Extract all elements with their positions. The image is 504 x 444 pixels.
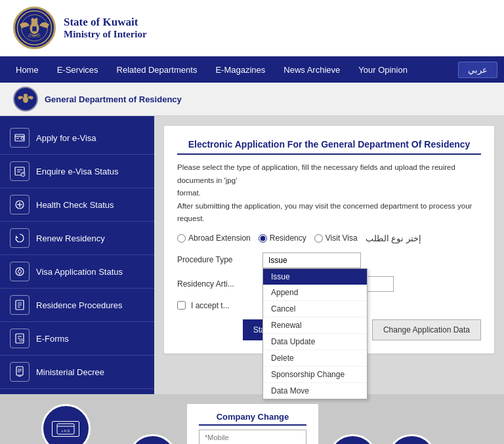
radio-option-visit[interactable]: Visit Visa bbox=[314, 233, 358, 243]
radio-abroad-input[interactable] bbox=[177, 234, 186, 243]
sidebar: Apply for e-Visa ? Enquire e-Visa Status bbox=[0, 116, 154, 394]
svg-rect-4 bbox=[32, 26, 37, 31]
dropdown-item-data-move[interactable]: Data Move bbox=[263, 383, 367, 399]
bottom-section: ≡ K.D SMS Company Change VIVA Zain Oored… bbox=[0, 394, 504, 444]
sidebar-icon-visa-status bbox=[10, 262, 30, 281]
breadcrumb-logo bbox=[13, 87, 38, 111]
sidebar-item-renew[interactable]: Renew Residency bbox=[0, 222, 154, 255]
sidebar-icon-eforms bbox=[10, 329, 30, 348]
desc-line1: Please select the type of application, f… bbox=[177, 163, 455, 184]
form-description: Please select the type of application, f… bbox=[177, 161, 481, 226]
visa-status-icon bbox=[14, 266, 26, 277]
desc-line3: After submitting the application, you ma… bbox=[177, 202, 472, 223]
sidebar-label-health: Health Check Status bbox=[36, 200, 114, 210]
dropdown-item-sponsorship[interactable]: Sponsorship Change bbox=[263, 367, 367, 383]
mobile-input[interactable] bbox=[199, 430, 306, 444]
logo-title: State of Kuwait bbox=[64, 16, 147, 29]
sidebar-icon-enquire: ? bbox=[10, 161, 30, 181]
svg-rect-9 bbox=[15, 134, 24, 141]
content-area: Electronic Application For the General D… bbox=[154, 116, 504, 394]
navbar: Home E-Services Related Departments E-Ma… bbox=[0, 56, 504, 83]
radio-visit-label: Visit Visa bbox=[326, 233, 358, 243]
nav-item-home[interactable]: Home bbox=[7, 56, 48, 83]
nav-items: Home E-Services Related Departments E-Ma… bbox=[7, 56, 458, 83]
nav-item-related[interactable]: Related Departments bbox=[108, 56, 207, 83]
logo-eagle-icon: KUWAIT bbox=[16, 10, 52, 46]
sidebar-item-decree[interactable]: Ministerial Decree bbox=[0, 355, 154, 389]
nav-item-eservices[interactable]: E-Services bbox=[48, 56, 108, 83]
procedure-row: Procedure Type Issue Issue Append Cancel… bbox=[177, 252, 481, 268]
desc-line2: format. bbox=[177, 189, 201, 197]
form-box: Electronic Application For the General D… bbox=[164, 126, 494, 353]
bottom-inner: ≡ K.D SMS Company Change VIVA Zain Oored… bbox=[13, 404, 491, 444]
procedure-dropdown-menu: Issue Append Cancel Renewal Data Update … bbox=[262, 268, 368, 399]
sidebar-label-decree: Ministerial Decree bbox=[36, 367, 104, 377]
sidebar-item-apply-visa[interactable]: Apply for e-Visa bbox=[0, 121, 154, 155]
dropdown-item-data-update[interactable]: Data Update bbox=[263, 334, 367, 350]
sidebar-label-apply: Apply for e-Visa bbox=[36, 133, 96, 143]
sidebar-label-visa-status: Visa Application Status bbox=[36, 267, 123, 277]
procedure-label: Procedure Type bbox=[177, 252, 262, 264]
form-title: Electronic Application For the General D… bbox=[177, 139, 481, 155]
arabic-button[interactable]: عربي bbox=[458, 62, 497, 78]
anchor-icon-circle: ⚓ bbox=[328, 434, 377, 444]
nav-item-opinion[interactable]: Your Opinion bbox=[349, 56, 417, 83]
company-title: Company Change bbox=[199, 412, 306, 426]
sidebar-item-visa-status[interactable]: Visa Application Status bbox=[0, 255, 154, 289]
accept-checkbox[interactable] bbox=[177, 301, 186, 310]
svg-text:≡ K.D: ≡ K.D bbox=[62, 429, 70, 433]
kd-card-svg: ≡ K.D bbox=[56, 423, 75, 435]
radio-abroad-label: Abroad Extension bbox=[188, 233, 251, 243]
sidebar-icon-decree bbox=[10, 362, 30, 382]
logo-area: KUWAIT State of Kuwait Ministry of Inter… bbox=[13, 7, 147, 49]
company-change-form: Company Change VIVA Zain Ooredoo Change bbox=[187, 404, 318, 444]
radio-option-residency[interactable]: Residency bbox=[259, 233, 306, 243]
visa-icon bbox=[14, 132, 26, 144]
dropdown-item-issue[interactable]: Issue bbox=[263, 269, 367, 285]
radio-option-abroad[interactable]: Abroad Extension bbox=[177, 233, 251, 243]
procedure-select[interactable]: Issue bbox=[262, 252, 361, 268]
breadcrumb-bar: General Department of Residency bbox=[0, 83, 504, 116]
kd-icon-circle: ≡ K.D bbox=[41, 404, 91, 444]
radio-ar-label: إختر نوع الطلب bbox=[366, 233, 421, 243]
sidebar-item-health[interactable]: Health Check Status bbox=[0, 188, 154, 222]
sidebar-icon-health bbox=[10, 195, 30, 214]
change-data-button[interactable]: Change Application Data bbox=[372, 319, 481, 340]
dropdown-item-renewal[interactable]: Renewal bbox=[263, 317, 367, 334]
nav-item-news[interactable]: News Archieve bbox=[274, 56, 349, 83]
radio-residency-input[interactable] bbox=[259, 234, 267, 243]
main-layout: Apply for e-Visa ? Enquire e-Visa Status bbox=[0, 116, 504, 394]
svg-point-12 bbox=[21, 137, 24, 140]
svg-text:KUWAIT: KUWAIT bbox=[28, 34, 41, 38]
sidebar-label-renew: Renew Residency bbox=[36, 233, 105, 243]
left-icons: ≡ K.D bbox=[13, 404, 118, 444]
dropdown-item-cancel[interactable]: Cancel bbox=[263, 301, 367, 317]
sidebar-icon-renew bbox=[10, 228, 30, 248]
logo-text: State of Kuwait Ministry of Interior bbox=[64, 16, 147, 40]
sidebar-item-enquire[interactable]: ? Enquire e-Visa Status bbox=[0, 155, 154, 188]
dropdown-wrapper: Issue Issue Append Cancel Renewal Data U… bbox=[262, 252, 361, 268]
decree-icon bbox=[14, 366, 26, 378]
enquire-icon: ? bbox=[14, 165, 26, 177]
health-icon bbox=[14, 199, 26, 211]
radio-residency-label: Residency bbox=[270, 233, 306, 243]
radio-visit-input[interactable] bbox=[314, 234, 323, 243]
sidebar-label-enquire: Enquire e-Visa Status bbox=[36, 167, 119, 176]
radio-group: إختر نوع الطلب Visit Visa Residency Abro… bbox=[177, 233, 481, 243]
sidebar-item-procedures[interactable]: Residence Procedures bbox=[0, 289, 154, 322]
dropdown-item-delete[interactable]: Delete bbox=[263, 350, 367, 367]
header: KUWAIT State of Kuwait Ministry of Inter… bbox=[0, 0, 504, 56]
logo-subtitle: Ministry of Interior bbox=[64, 29, 147, 40]
svg-text:?: ? bbox=[22, 172, 24, 176]
sms-icon-circle: SMS bbox=[128, 434, 177, 444]
procedures-icon bbox=[14, 299, 26, 311]
svg-marker-21 bbox=[16, 235, 18, 238]
sidebar-label-eforms: E-Forms bbox=[36, 334, 69, 344]
svg-rect-33 bbox=[20, 339, 22, 341]
svg-point-23 bbox=[18, 270, 22, 273]
sidebar-item-eforms[interactable]: E-Forms bbox=[0, 322, 154, 355]
dropdown-item-append[interactable]: Append bbox=[263, 285, 367, 301]
sidebar-label-procedures: Residence Procedures bbox=[36, 300, 123, 310]
nav-item-magazines[interactable]: E-Magazines bbox=[206, 56, 274, 83]
eservices-icon-circle: منصة الخدماتالإلكترونيةeServices PLATFOR… bbox=[387, 434, 436, 444]
